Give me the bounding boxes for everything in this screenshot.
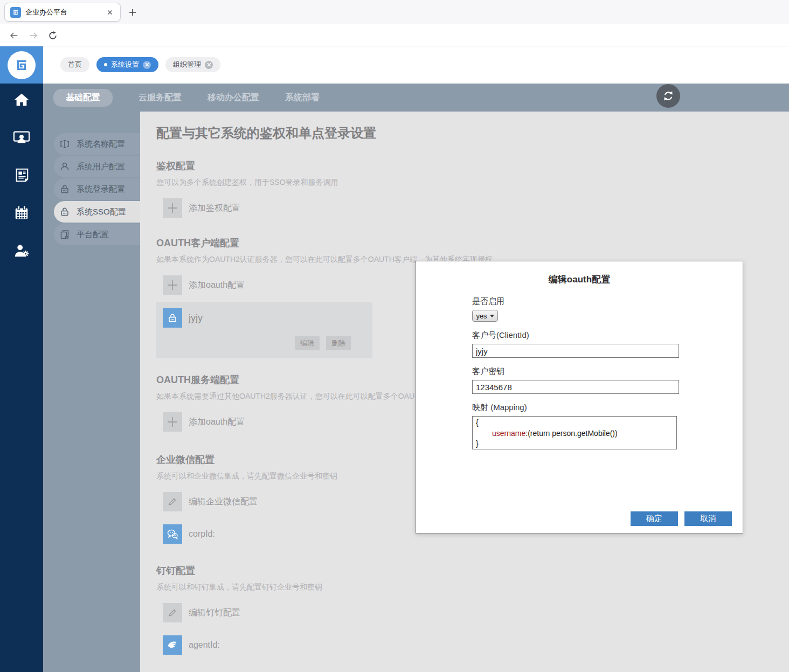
mapping-label: 映射 (Mapping) [472,403,743,413]
workspace-tab-label: 首页 [68,60,82,70]
secret-input[interactable] [472,380,679,394]
action-label: 添加鉴权配置 [189,203,240,214]
dialog-buttons: 确定 取消 [631,511,732,526]
browser-tab[interactable]: 企业办公平台 [4,3,121,22]
platform-icon [59,229,70,240]
app-logo-icon [8,51,36,79]
mapping-line-close: } [476,439,673,449]
action-label: 编辑企业微信配置 [189,496,258,508]
user-settings-icon[interactable] [0,241,43,260]
delete-button[interactable]: 删除 [326,336,351,350]
enable-select-value: yes [476,312,487,320]
home-icon[interactable] [0,91,43,109]
close-icon[interactable] [205,61,213,69]
submenu-item-system-login[interactable]: 系统登录配置 [54,178,140,200]
workspace-tab-label: 系统设置 [111,60,139,70]
user-icon [59,161,70,172]
dingtalk-icon [163,635,182,655]
forward-icon[interactable] [27,29,40,42]
corpid-label: corpId: [189,529,215,539]
edit-button[interactable]: 编辑 [295,336,320,350]
oauth-client-card-actions: 编辑 删除 [163,336,351,350]
agentid-label: agentId: [189,640,220,650]
tab-cloud-config[interactable]: 云服务配置 [139,92,182,103]
section-title: OAUTH客户端配置 [156,237,789,250]
wechat-icon [163,524,182,544]
tab-basic-config[interactable]: 基础配置 [53,89,113,107]
submenu-label: 系统登录配置 [77,184,125,195]
cancel-button[interactable]: 取消 [684,511,732,526]
close-icon[interactable] [143,61,151,69]
new-tab-icon[interactable] [126,6,139,19]
dialog-title: 编辑oauth配置 [416,273,743,286]
plus-icon [163,275,182,295]
workspace-tabs: 首页 系统设置 组织管理 [60,57,220,72]
browser-tab-title: 企业办公平台 [25,8,101,17]
clientid-label: 客户号(ClientId) [472,330,743,341]
dingtalk-agentid-row: agentId: [163,635,789,655]
close-icon[interactable] [105,8,115,17]
mapping-line-open: { [476,418,673,428]
pencil-icon [163,603,182,622]
back-icon[interactable] [8,29,20,42]
edit-dingtalk-config-button[interactable]: 编辑钉钉配置 [163,603,789,622]
lock-icon [59,206,70,217]
submenu-item-system-user[interactable]: 系统用户配置 [54,156,140,177]
lock-icon [163,308,182,328]
app-sidebar [0,46,43,672]
tab-system-deploy[interactable]: 系统部署 [285,92,320,103]
plus-icon [163,412,182,432]
enable-label: 是否启用 [472,296,743,307]
submenu-label: 平台配置 [77,230,109,240]
workspace-tab-label: 组织管理 [173,60,201,70]
rename-icon [59,138,70,149]
dialog-body: 是否启用 yes 客户号(ClientId) 客户密钥 映射 (Mapping)… [472,296,743,449]
active-dot-icon [104,63,107,66]
section-auth-config: 鉴权配置 您可以为多个系统创建鉴权，用于SSO登录和服务调用 添加鉴权配置 [156,160,789,218]
secret-label: 客户密钥 [472,366,743,377]
submenu-label: 系统名称配置 [77,139,125,149]
refresh-button[interactable] [656,84,680,108]
mapping-key: username [492,429,525,438]
mapping-editor[interactable]: { username:(return person.getMobile()) } [472,416,677,449]
page-title: 配置与其它系统的鉴权和单点登录设置 [156,124,789,142]
oauth-client-card-head: jyjy [163,308,372,328]
lock-icon [59,184,70,195]
refresh-icon [662,89,675,102]
action-label: 添加oauth配置 [189,280,245,291]
submenu-item-system-sso[interactable]: 系统SSO配置 [54,201,140,223]
action-label: 编辑钉钉配置 [189,607,240,619]
calendar-icon[interactable] [0,204,43,222]
page: 企业办公平台 192.168.0.118/x_desktop/index. [0,0,789,672]
browser-tab-strip: 企业办公平台 [0,0,789,24]
ok-button[interactable]: 确定 [631,511,678,526]
chevron-down-icon [490,315,494,317]
section-dingtalk: 钉钉配置 系统可以和钉钉集成，请先配置钉钉企业号和密钥 编辑钉钉配置 agent… [156,564,789,655]
reload-icon[interactable] [46,29,59,42]
app-logo[interactable] [0,46,43,84]
edit-oauth-dialog: 编辑oauth配置 是否启用 yes 客户号(ClientId) 客户密钥 映射… [416,261,743,534]
submenu-label: 系统SSO配置 [77,207,126,217]
news-icon[interactable] [0,166,43,184]
oauth-client-card: jyjy 编辑 删除 [156,302,372,358]
mapping-line-body: username:(return person.getMobile()) [476,428,673,439]
tab-mobile-config[interactable]: 移动办公配置 [207,92,259,103]
workspace-tab-system-settings[interactable]: 系统设置 [96,57,158,72]
submenu-label: 系统用户配置 [77,162,125,172]
section-desc: 系统可以和钉钉集成，请先配置钉钉企业号和密钥 [156,583,789,592]
workspace-tab-org-management[interactable]: 组织管理 [165,57,220,72]
section-title: 鉴权配置 [156,160,789,172]
submenu-item-system-name[interactable]: 系统名称配置 [54,133,140,155]
user-monitor-icon[interactable] [0,128,43,147]
clientid-input[interactable] [472,344,679,358]
section-desc: 您可以为多个系统创建鉴权，用于SSO登录和服务调用 [156,178,789,188]
section-title: 钉钉配置 [156,564,789,577]
add-auth-config-button[interactable]: 添加鉴权配置 [163,198,789,218]
workspace-tab-home[interactable]: 首页 [60,57,89,72]
settings-submenu: 系统名称配置 系统用户配置 系统登录配置 系统SSO配置 平台配置 [43,112,140,672]
pencil-icon [163,492,182,511]
mapping-value: :(return person.getMobile()) [525,429,617,438]
enable-select[interactable]: yes [472,310,498,322]
app-favicon-icon [10,7,21,18]
submenu-item-platform[interactable]: 平台配置 [54,224,140,245]
